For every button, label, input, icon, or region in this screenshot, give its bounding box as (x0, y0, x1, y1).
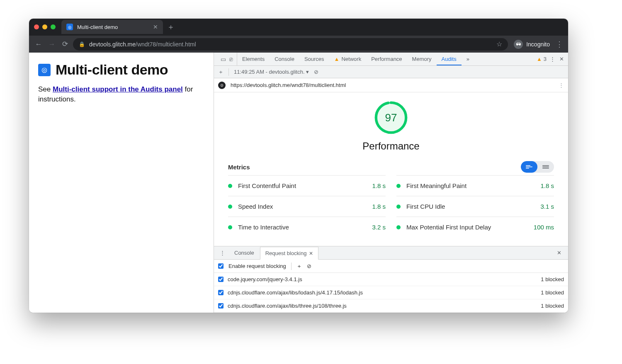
page-paragraph: See Multi-client support in the Audits p… (38, 84, 204, 104)
metrics-view-toggle[interactable] (521, 161, 554, 173)
metric-value: 3.1 s (540, 203, 554, 210)
drawer-menu-button[interactable]: ⋮ (216, 246, 228, 259)
blocked-pattern-row[interactable]: cdnjs.cloudflare.com/ajax/libs/lodash.js… (214, 286, 568, 299)
new-tab-button[interactable]: ＋ (167, 22, 175, 32)
metric-value: 1.8 s (372, 203, 386, 210)
forward-button[interactable]: → (46, 40, 57, 48)
devtools-drawer: ⋮ Console Request blocking ✕ ✕ Enable re… (214, 246, 568, 313)
audits-toolbar: ＋ 11:49:25 AM - devtools.glitch. ▾ ⊘ (214, 66, 568, 78)
metric-row: First Meaningful Paint 1.8 s (396, 175, 554, 196)
address-bar[interactable]: 🔒 devtools.glitch.me/wndt78/multiclient.… (73, 38, 508, 51)
clear-patterns-button[interactable]: ⊘ (307, 263, 311, 269)
audit-url-bar: ⛭ https://devtools.glitch.me/wndt78/mult… (214, 78, 568, 92)
drawer-tabs: ⋮ Console Request blocking ✕ ✕ (214, 246, 568, 260)
blocked-count: 1 blocked (541, 276, 564, 282)
inspect-icon[interactable]: ▭ (221, 56, 226, 63)
tab-memory[interactable]: Memory (407, 53, 437, 65)
devtools-close-button[interactable]: ✕ (559, 56, 564, 62)
toggle-compact-icon[interactable] (521, 161, 537, 173)
tabs-overflow-button[interactable]: » (462, 53, 474, 65)
browser-tab[interactable]: ◎ Multi-client demo ✕ (61, 20, 163, 34)
status-dot-icon (228, 205, 232, 209)
warnings-badge[interactable]: ▲ 3 (533, 53, 550, 65)
blocked-pattern-row[interactable]: code.jquery.com/jquery-3.4.1.js 1 blocke… (214, 273, 568, 286)
audit-select[interactable]: 11:49:25 AM - devtools.glitch. ▾ (234, 69, 309, 75)
tab-console[interactable]: Console (270, 53, 299, 65)
metric-name: Time to Interactive (238, 224, 289, 231)
metric-value: 100 ms (534, 224, 554, 231)
devtools-panel: ▭ ⎚ Elements Console Sources ▲Network Pe… (214, 53, 568, 313)
pattern-checkbox[interactable] (218, 277, 224, 282)
drawer-tab-label: Request blocking (265, 250, 307, 256)
back-button[interactable]: ← (33, 40, 44, 48)
devtools-menu-button[interactable]: ⋮ (550, 56, 555, 62)
incognito-label: Incognito (526, 41, 550, 48)
drawer-tab-close-icon[interactable]: ✕ (309, 251, 313, 256)
score-gauge: 97 (374, 101, 408, 135)
close-icon[interactable] (34, 24, 39, 29)
metric-name: Speed Index (238, 203, 273, 210)
metric-row: Speed Index 1.8 s (228, 196, 386, 217)
metric-value: 1.8 s (372, 182, 386, 189)
browser-window: ◎ Multi-client demo ✕ ＋ ← → ⟳ 🔒 devtools… (29, 19, 568, 313)
blocked-pattern-row[interactable]: cdnjs.cloudflare.com/ajax/libs/three.js/… (214, 299, 568, 313)
new-audit-button[interactable]: ＋ (218, 68, 224, 76)
enable-blocking-checkbox[interactable] (218, 263, 224, 269)
tab-elements[interactable]: Elements (237, 53, 270, 65)
add-pattern-button[interactable]: ＋ (296, 263, 302, 270)
request-blocking-toolbar: Enable request blocking ＋ ⊘ (214, 260, 568, 273)
tab-performance[interactable]: Performance (366, 53, 407, 65)
lighthouse-report: 97 Performance Metrics (214, 92, 568, 246)
metric-name: Max Potential First Input Delay (406, 224, 491, 231)
tab-network[interactable]: ▲Network (329, 53, 367, 65)
pattern-text: cdnjs.cloudflare.com/ajax/libs/lodash.js… (228, 289, 363, 296)
tab-strip: ◎ Multi-client demo ✕ ＋ (29, 19, 568, 35)
tab-audits[interactable]: Audits (437, 53, 462, 65)
window-controls[interactable] (34, 24, 56, 29)
device-toggle-icon[interactable]: ⎚ (229, 56, 233, 63)
tab-close-icon[interactable]: ✕ (153, 24, 158, 30)
warning-icon: ▲ (537, 56, 542, 62)
favicon-icon: ◎ (66, 24, 73, 30)
drawer-close-button[interactable]: ✕ (553, 246, 566, 259)
minimize-icon[interactable] (42, 24, 47, 29)
metrics-grid: First Contentful Paint 1.8 s Speed Index… (228, 175, 554, 237)
bookmark-icon[interactable]: ☆ (496, 40, 502, 48)
reload-button[interactable]: ⟳ (60, 40, 70, 48)
warning-icon: ▲ (334, 56, 340, 62)
toggle-expanded-icon[interactable] (537, 161, 554, 173)
status-dot-icon (396, 205, 401, 209)
content-split: ◎ Multi-client demo See Multi-client sup… (29, 53, 568, 313)
pattern-checkbox[interactable] (218, 290, 224, 295)
pattern-checkbox[interactable] (218, 303, 224, 309)
clear-button[interactable]: ⊘ (314, 69, 318, 75)
status-dot-icon (228, 225, 232, 229)
browser-toolbar: ← → ⟳ 🔒 devtools.glitch.me/wndt78/multic… (29, 35, 568, 53)
audit-menu-button[interactable]: ⋮ (559, 82, 564, 88)
chrome-top: ◎ Multi-client demo ✕ ＋ ← → ⟳ 🔒 devtools… (29, 19, 568, 53)
page-link[interactable]: Multi-client support in the Audits panel (53, 85, 183, 93)
status-dot-icon (396, 184, 401, 188)
score-value: 97 (377, 104, 405, 131)
incognito-icon: 🕶 (514, 40, 523, 49)
pattern-text: cdnjs.cloudflare.com/ajax/libs/three.js/… (228, 303, 347, 309)
incognito-indicator[interactable]: 🕶 Incognito (514, 40, 550, 49)
audit-url: https://devtools.glitch.me/wndt78/multic… (231, 82, 346, 88)
browser-menu-button[interactable]: ⋮ (555, 40, 564, 49)
devtools-tabs: ▭ ⎚ Elements Console Sources ▲Network Pe… (214, 53, 568, 66)
metrics-heading: Metrics (228, 164, 250, 171)
blocked-count: 1 blocked (541, 289, 564, 296)
drawer-tab-console[interactable]: Console (229, 246, 259, 259)
url-host: devtools.glitch.me (89, 41, 136, 48)
score-category: Performance (362, 140, 419, 152)
page-title: Multi-client demo (56, 62, 168, 78)
enable-blocking-label: Enable request blocking (228, 263, 286, 269)
page-logo-icon: ◎ (38, 64, 51, 76)
maximize-icon[interactable] (51, 24, 56, 29)
tab-sources[interactable]: Sources (299, 53, 329, 65)
metric-name: First Meaningful Paint (406, 182, 466, 189)
drawer-tab-request-blocking[interactable]: Request blocking ✕ (260, 247, 319, 260)
url-path: /wndt78/multiclient.html (136, 41, 196, 48)
metric-name: First Contentful Paint (238, 182, 296, 189)
lock-icon: 🔒 (79, 41, 85, 47)
